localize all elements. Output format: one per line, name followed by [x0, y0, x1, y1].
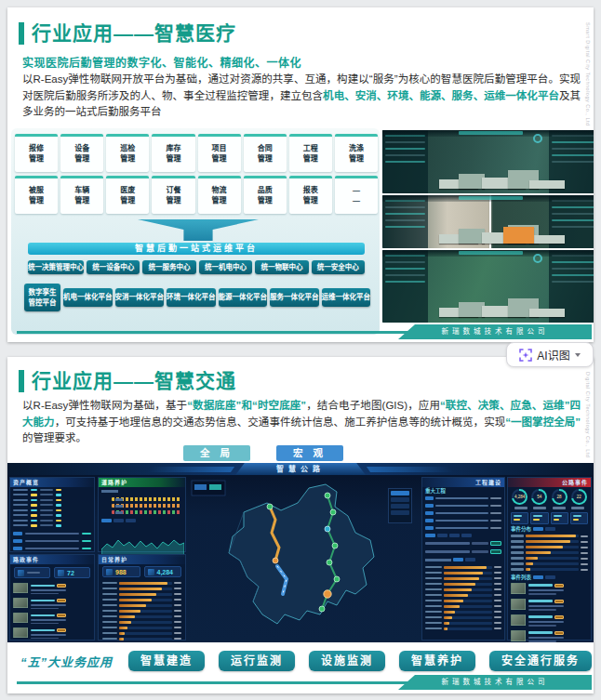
module-line2: 管理 [29, 154, 44, 163]
event-text [528, 630, 588, 642]
hud-title-bar [459, 251, 524, 255]
tab [533, 575, 543, 579]
road-condition-strip [112, 497, 181, 501]
tab [465, 558, 475, 561]
bar-fill [444, 577, 479, 580]
slide-paragraph: 以R-Easy弹性物联网为基础，基于“数据底座”和“时空底座”，结合电子地图(G… [22, 398, 581, 447]
tag-chip [425, 504, 434, 508]
bar-fill [444, 566, 487, 569]
ai-recognize-button[interactable]: AI识图 [506, 342, 594, 367]
detail-bar [31, 623, 59, 625]
photo-thumb [511, 599, 526, 610]
business-button: 设施监测 [309, 651, 385, 671]
section-title: 事件列表 [511, 574, 531, 581]
footer-accent-line [17, 681, 409, 684]
assets-overview-panel: 资产概览 [9, 477, 95, 552]
section-tabs [422, 532, 504, 539]
tab [101, 519, 112, 522]
slide-paragraph: 以R-Easy弹性物联网开放平台为基础，通过对资源的共享、互通，构建以“服务”为… [22, 72, 581, 121]
text-bar [25, 533, 79, 535]
detail-bar [528, 621, 564, 623]
ai-scan-icon [519, 349, 532, 362]
title-bar [31, 614, 55, 617]
tab [533, 527, 543, 531]
value-bar [31, 504, 37, 507]
label-bar [511, 551, 524, 554]
label-bar [425, 577, 442, 580]
event-row [508, 597, 591, 613]
event-stat-chips: 72 [10, 564, 94, 581]
platform-line2: 管控平台 [29, 298, 57, 307]
event-text [31, 598, 91, 609]
detail-bar [31, 608, 59, 610]
module-line1: 报表 [303, 186, 318, 194]
title-bar [528, 615, 553, 618]
project-row [422, 509, 504, 517]
label-bar [13, 520, 28, 522]
value-bar [494, 605, 501, 607]
bar-fill [119, 621, 131, 624]
event-text [528, 614, 588, 627]
photo-thumb [13, 583, 28, 593]
road-condition-strip [112, 510, 181, 514]
bar-fill [444, 616, 452, 619]
module-cell: 医废管理 [106, 176, 149, 214]
value-bar [174, 638, 181, 640]
bar-track [526, 546, 579, 548]
detail-bar [31, 634, 66, 636]
value-bar [82, 548, 91, 549]
bar-track [119, 588, 172, 590]
hud-line [552, 268, 594, 270]
event-text [528, 583, 588, 595]
menu-row [391, 504, 409, 508]
gauge-value: 28 [554, 491, 566, 503]
module-line2: 管理 [349, 154, 364, 163]
value-bar [31, 489, 37, 492]
label-bar [425, 611, 442, 614]
gauge-value: 4,284 [514, 491, 526, 503]
label-bar [40, 514, 53, 516]
event-gauge: 28 [552, 489, 568, 505]
tab [126, 519, 136, 522]
hospital-dashboard-image-3 [382, 250, 594, 323]
platform-line1: 数字孪生 [29, 288, 57, 297]
module-line1: 医废 [120, 186, 135, 194]
value-bar [56, 514, 61, 517]
chip-line [554, 519, 560, 521]
orange-building [503, 227, 534, 244]
platform-button: 环境一体化平台 [167, 288, 216, 307]
value-bar [494, 627, 501, 629]
tag-chip [425, 496, 434, 500]
view-mode-button: 量 化 [369, 445, 436, 461]
company-footer: 新瑞数城技术有限公司 [398, 675, 592, 690]
center-button: 统一设备中心 [87, 260, 140, 274]
building-shape [529, 235, 564, 244]
event-row [10, 611, 94, 626]
view-mode-button: 宏 观 [276, 445, 343, 461]
gauge-value: 54 [533, 491, 545, 503]
building-shape [529, 180, 564, 189]
bar-track [119, 627, 172, 629]
bar-fill [444, 611, 455, 614]
detail-bar [528, 625, 556, 627]
chevron-down-icon[interactable] [575, 353, 581, 357]
stat-value: 72 [67, 570, 74, 576]
module-line1: 车辆 [74, 186, 89, 194]
label-bar [511, 557, 524, 560]
label-bar [511, 568, 524, 571]
text-bar [472, 550, 488, 553]
bar-fill [119, 627, 127, 629]
module-cell: 车辆管理 [60, 176, 103, 214]
value-bar [581, 569, 588, 571]
value-bar [31, 494, 37, 496]
gauge-label-bar [533, 507, 546, 509]
notice-row [422, 548, 504, 556]
value-bar [56, 489, 61, 492]
bar-row [425, 626, 501, 631]
detail-bar [31, 593, 59, 595]
value-bar [174, 621, 181, 623]
tag-chip [13, 539, 22, 543]
module-line1: 被服 [29, 186, 44, 194]
date-bar [490, 527, 501, 529]
chip-line [573, 515, 581, 517]
